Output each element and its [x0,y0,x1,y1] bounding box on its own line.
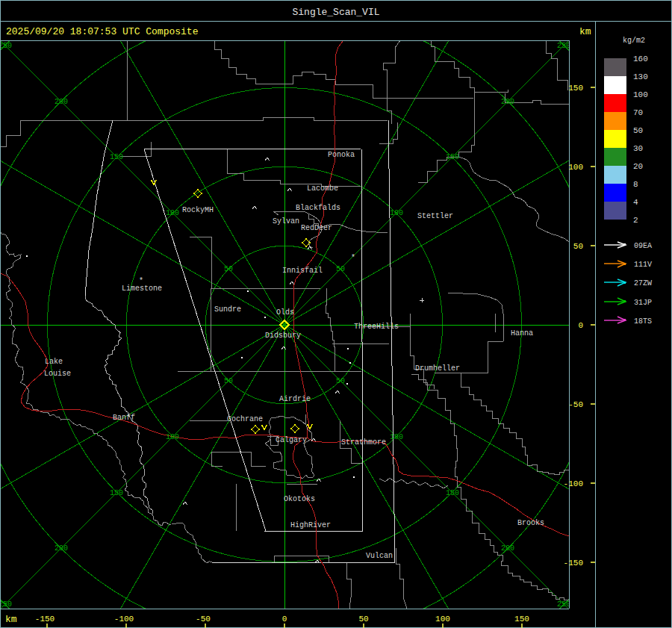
svg-text:HighRiver: HighRiver [290,521,331,529]
svg-text:100: 100 [166,433,179,441]
svg-text:70: 70 [633,108,643,117]
svg-text:Okotoks: Okotoks [284,495,315,503]
svg-text:150: 150 [110,489,123,497]
svg-text:8: 8 [633,180,638,189]
svg-text:27ZW: 27ZW [634,279,652,287]
svg-text:Olds: Olds [276,308,294,317]
svg-text:100: 100 [390,433,403,441]
svg-text:100: 100 [633,90,648,99]
svg-text:Vulcan: Vulcan [366,552,393,560]
svg-text:Airdrie: Airdrie [279,395,311,403]
svg-text:200: 200 [501,98,514,106]
svg-text:km: km [5,614,17,625]
svg-text:Louise: Louise [44,370,71,378]
svg-text:Stettler: Stettler [417,212,453,220]
svg-text:111V: 111V [634,261,652,269]
svg-text:0: 0 [282,615,287,624]
svg-text:50: 50 [573,242,583,251]
svg-text:-50: -50 [196,615,211,624]
svg-text:Blackfalds: Blackfalds [296,204,340,212]
svg-text:4: 4 [633,198,638,207]
svg-text:Hanna: Hanna [511,329,533,338]
svg-text:50: 50 [336,265,345,273]
svg-text:-150: -150 [564,559,583,568]
svg-text:50: 50 [224,377,233,385]
svg-text:Brooks: Brooks [517,519,544,527]
svg-text:250: 250 [557,600,570,609]
svg-text:Strathmore: Strathmore [341,438,386,447]
svg-text:250: 250 [0,600,12,609]
svg-text:200: 200 [55,544,68,553]
svg-text:-100: -100 [114,615,134,624]
svg-text:Sylvan: Sylvan [273,217,299,226]
svg-text:50: 50 [224,265,233,273]
svg-text:Single_Scan_VIL: Single_Scan_VIL [292,7,379,18]
svg-text:250: 250 [557,42,570,50]
svg-text:250: 250 [0,42,12,50]
svg-text:*: * [351,254,355,262]
svg-text:30: 30 [633,144,643,153]
svg-text:100: 100 [568,163,583,172]
svg-text:150: 150 [514,615,529,624]
svg-text:160: 160 [633,55,648,63]
svg-text:50: 50 [336,377,345,385]
svg-text:2: 2 [633,216,638,225]
svg-text:Calgary: Calgary [276,436,307,444]
svg-text:Lacombe: Lacombe [307,184,338,193]
svg-text:31JP: 31JP [634,299,652,307]
svg-text:Drumheller: Drumheller [415,364,460,373]
svg-text:150: 150 [568,84,583,93]
svg-text:18TS: 18TS [634,317,652,326]
svg-text:RedDeer: RedDeer [301,224,332,232]
svg-text:150: 150 [446,489,459,497]
svg-text:-100: -100 [564,479,583,488]
svg-text:Ponoka: Ponoka [328,151,355,159]
svg-text:20: 20 [633,162,643,171]
svg-text:50: 50 [633,126,643,135]
svg-text:ThreeHills: ThreeHills [354,323,399,331]
svg-text:RockyMH: RockyMH [182,206,214,214]
svg-text:kg/m2: kg/m2 [623,37,645,45]
svg-text:100: 100 [435,615,450,624]
svg-text:0: 0 [578,321,583,330]
svg-text:150: 150 [446,153,459,161]
svg-text:Lake: Lake [45,358,63,366]
svg-text:100: 100 [166,209,179,217]
svg-text:2025/09/20 18:07:53 UTC Compos: 2025/09/20 18:07:53 UTC Composite [6,26,198,37]
svg-text:09EA: 09EA [634,242,652,250]
svg-text:200: 200 [501,544,514,553]
svg-text:-150: -150 [35,615,55,624]
svg-text:Sundre: Sundre [214,305,241,314]
svg-text:Didsbury: Didsbury [265,332,301,340]
svg-text:Limestone: Limestone [122,285,162,293]
svg-text:50: 50 [358,615,368,624]
svg-text:Cochrane: Cochrane [227,415,263,423]
svg-text:-50: -50 [568,400,583,409]
svg-text:200: 200 [55,98,68,106]
svg-text:*: * [139,277,143,285]
svg-text:km: km [579,26,591,37]
svg-text:150: 150 [110,153,123,161]
svg-text:100: 100 [390,209,403,217]
svg-text:Banff: Banff [113,414,135,422]
svg-text:Innisfail: Innisfail [282,267,323,275]
svg-text:130: 130 [633,72,648,81]
